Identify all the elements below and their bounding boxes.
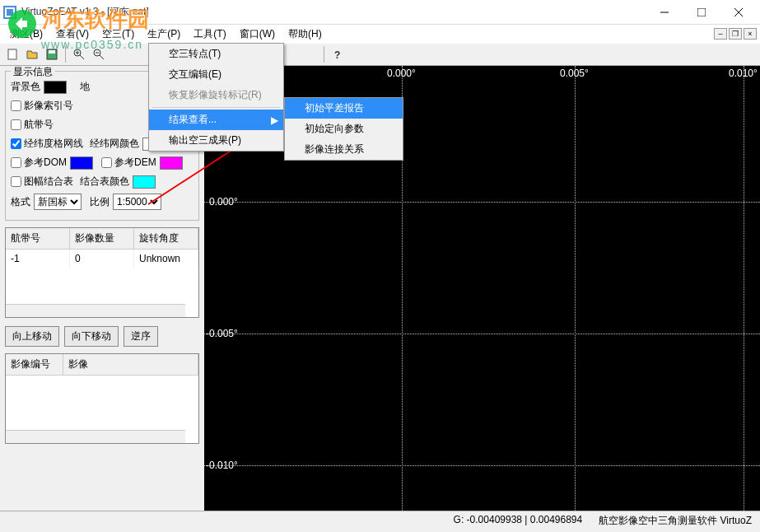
x-tick-2: 0.010° <box>729 68 758 79</box>
status-coords: G: -0.00409938 | 0.00496894 <box>454 514 583 528</box>
ref-dom-label: 参考DOM <box>24 156 67 170</box>
dem-color-swatch[interactable] <box>160 156 183 170</box>
group-legend: 显示信息 <box>11 66 55 79</box>
maximize-button[interactable] <box>683 1 720 24</box>
ground-label: 地 <box>80 80 90 94</box>
submenu-arrow-icon: ▶ <box>271 114 278 126</box>
sheet-color-label: 结合表颜色 <box>80 175 129 189</box>
th-strip: 航带号 <box>6 228 70 249</box>
menuitem-restore-rotation: 恢复影像旋转标记(R) <box>149 85 283 105</box>
y-tick-1: -0.005° <box>206 328 238 339</box>
latlon-grid-label: 经纬度格网线 <box>24 137 83 151</box>
th-imgid: 影像编号 <box>6 354 63 375</box>
svg-text:?: ? <box>334 49 340 61</box>
format-label: 格式 <box>11 195 30 209</box>
ref-dem-label: 参考DEM <box>114 156 156 170</box>
menu-area[interactable]: 测区(B) <box>3 26 49 43</box>
strip-no-label: 航带号 <box>24 118 54 132</box>
svg-rect-7 <box>8 49 16 59</box>
menuitem-view-results[interactable]: 结果查看... ▶ <box>149 110 283 130</box>
help-icon[interactable]: ? <box>329 45 347 63</box>
bgcolor-swatch[interactable] <box>44 81 67 94</box>
latlon-grid-checkbox[interactable] <box>11 138 21 149</box>
open-icon[interactable] <box>23 45 41 63</box>
svg-rect-4 <box>697 8 706 16</box>
zoom-in-icon[interactable] <box>70 45 88 63</box>
format-select[interactable]: 新国标 <box>34 194 82 210</box>
table-row[interactable]: -1 0 Unknown <box>6 250 198 268</box>
scale-select[interactable]: 1:5000 <box>113 194 161 210</box>
y-tick-0: 0.000° <box>209 196 238 208</box>
close-button[interactable] <box>720 1 757 24</box>
results-submenu: 初始平差报告 初始定向参数 影像连接关系 <box>284 97 403 161</box>
reverse-button[interactable]: 逆序 <box>124 326 158 347</box>
th-img: 影像 <box>63 354 198 375</box>
x-tick-0: 0.000° <box>387 68 416 79</box>
new-icon[interactable] <box>3 45 21 63</box>
menu-help[interactable]: 帮助(H) <box>282 26 329 43</box>
image-index-label: 影像索引号 <box>24 99 73 113</box>
menuitem-transfer-points[interactable]: 空三转点(T) <box>149 44 283 64</box>
at-dropdown: 空三转点(T) 交互编辑(E) 恢复影像旋转标记(R) 结果查看... ▶ 输出… <box>148 43 284 152</box>
image-index-checkbox[interactable] <box>11 100 21 111</box>
menu-at[interactable]: 空三(T) <box>96 26 141 43</box>
scale-label: 比例 <box>90 195 110 209</box>
menu-produce[interactable]: 生产(P) <box>141 26 187 43</box>
sheet-table-checkbox[interactable] <box>11 176 21 187</box>
menu-view[interactable]: 查看(V) <box>49 26 96 43</box>
menuitem-initial-adjustment[interactable]: 初始平差报告 <box>285 98 403 119</box>
image-table: 影像编号 影像 <box>5 353 199 444</box>
move-down-button[interactable]: 向下移动 <box>64 326 119 347</box>
menu-tools[interactable]: 工具(T) <box>187 26 232 43</box>
titlebar: VirtuoZoEAT v1.3 - [河东.eat] <box>0 0 760 25</box>
window-title: VirtuoZoEAT v1.3 - [河东.eat] <box>21 5 646 19</box>
sheet-color-swatch[interactable] <box>133 175 156 189</box>
menuitem-initial-orientation[interactable]: 初始定向参数 <box>285 119 403 139</box>
menu-window[interactable]: 窗口(W) <box>233 26 282 43</box>
save-icon[interactable] <box>43 45 61 63</box>
svg-line-15 <box>100 55 104 59</box>
scrollbar-horizontal[interactable] <box>6 304 185 317</box>
svg-line-11 <box>80 55 84 59</box>
menuitem-image-connection[interactable]: 影像连接关系 <box>285 139 403 160</box>
zoom-out-icon[interactable] <box>90 45 108 63</box>
toolbar: ? <box>0 43 760 66</box>
ref-dem-checkbox[interactable] <box>101 157 112 168</box>
status-appname: 航空影像空中三角测量软件 VirtuoZ <box>599 514 752 528</box>
sheet-table-label: 图幅结合表 <box>24 175 73 189</box>
mdi-minimize-button[interactable]: – <box>714 28 727 40</box>
app-icon <box>3 6 16 19</box>
dom-color-swatch[interactable] <box>70 156 93 170</box>
move-up-button[interactable]: 向上移动 <box>5 326 59 347</box>
minimize-button[interactable] <box>646 1 683 24</box>
th-count: 影像数量 <box>70 228 134 249</box>
y-tick-2: -0.010° <box>206 460 238 471</box>
ref-dom-checkbox[interactable] <box>11 157 21 168</box>
bgcolor-label: 背景色 <box>11 80 40 94</box>
svg-rect-9 <box>49 50 55 54</box>
strip-table: 航带号 影像数量 旋转角度 -1 0 Unknown <box>5 227 199 318</box>
menuitem-interactive-edit[interactable]: 交互编辑(E) <box>149 64 283 85</box>
strip-no-checkbox[interactable] <box>11 119 21 130</box>
svg-rect-2 <box>7 9 13 16</box>
x-tick-1: 0.005° <box>560 68 589 79</box>
menuitem-export-at[interactable]: 输出空三成果(P) <box>149 130 283 151</box>
scrollbar-horizontal[interactable] <box>6 430 185 443</box>
mdi-restore-button[interactable]: ❐ <box>729 28 742 40</box>
menubar: 测区(B) 查看(V) 空三(T) 生产(P) 工具(T) 窗口(W) 帮助(H… <box>0 25 760 43</box>
mdi-close-button[interactable]: × <box>744 28 757 40</box>
grid-color-label: 经纬网颜色 <box>90 137 139 151</box>
th-rot: 旋转角度 <box>134 228 198 249</box>
statusbar: G: -0.00409938 | 0.00496894 航空影像空中三角测量软件… <box>0 511 760 530</box>
